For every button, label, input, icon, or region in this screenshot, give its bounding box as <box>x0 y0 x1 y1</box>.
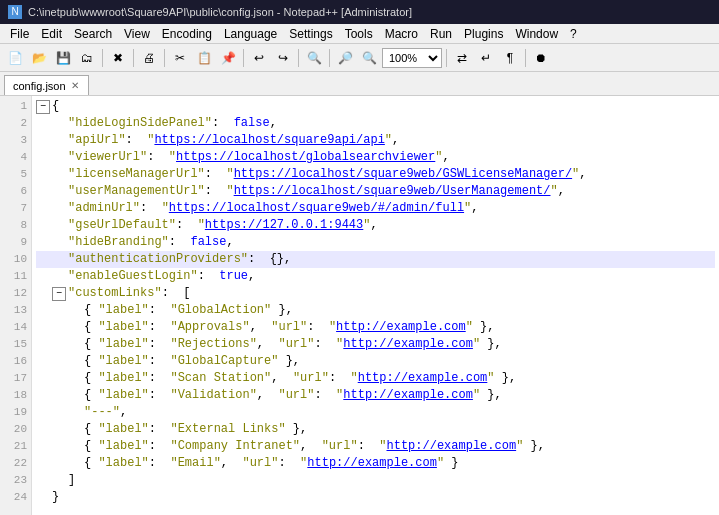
line-num: 20 <box>4 421 27 438</box>
sep3 <box>164 49 165 67</box>
menu-run[interactable]: Run <box>424 24 458 43</box>
code-line-24: } <box>36 489 715 506</box>
menu-help[interactable]: ? <box>564 24 583 43</box>
line-num: 18 <box>4 387 27 404</box>
menu-encoding[interactable]: Encoding <box>156 24 218 43</box>
code-line-20: { "label" : "External Links" }, <box>36 421 715 438</box>
tab-close-button[interactable]: ✕ <box>70 80 80 91</box>
app-icon: N <box>8 5 22 19</box>
code-line-13: { "label" : "GlobalAction" }, <box>36 302 715 319</box>
line-num: 23 <box>4 472 27 489</box>
print-button[interactable]: 🖨 <box>138 47 160 69</box>
undo-button[interactable]: ↩ <box>248 47 270 69</box>
menu-macro[interactable]: Macro <box>379 24 424 43</box>
code-line-3: "apiUrl" : "https://localhost/square9api… <box>36 132 715 149</box>
code-line-18: { "label" : "Validation" , "url" : "http… <box>36 387 715 404</box>
code-line-10: "authenticationProviders" : {}, <box>36 251 715 268</box>
all-chars-button[interactable]: ¶ <box>499 47 521 69</box>
line-num: 12 <box>4 285 27 302</box>
code-line-7: "adminUrl" : "https://localhost/square9w… <box>36 200 715 217</box>
window-title: C:\inetpub\wwwroot\Square9API\public\con… <box>28 6 412 18</box>
menu-bar: File Edit Search View Encoding Language … <box>0 24 719 44</box>
save-all-button[interactable]: 🗂 <box>76 47 98 69</box>
line-num: 4 <box>4 149 27 166</box>
editor: 1 2 3 4 5 6 7 8 9 10 11 12 13 14 15 16 1… <box>0 96 719 515</box>
menu-window[interactable]: Window <box>509 24 564 43</box>
code-line-6: "userManagementUrl" : "https://localhost… <box>36 183 715 200</box>
sep8 <box>525 49 526 67</box>
code-line-9: "hideBranding" : false , <box>36 234 715 251</box>
zoom-in-button[interactable]: 🔎 <box>334 47 356 69</box>
tab-config-json[interactable]: config.json ✕ <box>4 75 89 95</box>
line-num: 21 <box>4 438 27 455</box>
code-line-4: "viewerUrl" : "https://localhost/globals… <box>36 149 715 166</box>
sep6 <box>329 49 330 67</box>
title-bar: N C:\inetpub\wwwroot\Square9API\public\c… <box>0 0 719 24</box>
line-num: 1 <box>4 98 27 115</box>
code-line-23: ] <box>36 472 715 489</box>
line-num: 9 <box>4 234 27 251</box>
line-num: 10 <box>4 251 27 268</box>
tab-bar: config.json ✕ <box>0 72 719 96</box>
code-line-2: "hideLoginSidePanel" : false , <box>36 115 715 132</box>
code-line-12: − "customLinks" : [ <box>36 285 715 302</box>
menu-language[interactable]: Language <box>218 24 283 43</box>
macro-record-button[interactable]: ⏺ <box>530 47 552 69</box>
menu-plugins[interactable]: Plugins <box>458 24 509 43</box>
sep4 <box>243 49 244 67</box>
zoom-level[interactable]: 100% <box>382 48 442 68</box>
code-line-15: { "label" : "Rejections" , "url" : "http… <box>36 336 715 353</box>
new-file-button[interactable]: 📄 <box>4 47 26 69</box>
fold-marker-12[interactable]: − <box>52 287 66 301</box>
close-button[interactable]: ✖ <box>107 47 129 69</box>
menu-search[interactable]: Search <box>68 24 118 43</box>
menu-file[interactable]: File <box>4 24 35 43</box>
code-content[interactable]: − { "hideLoginSidePanel" : false , "apiU… <box>32 96 719 515</box>
zoom-out-button[interactable]: 🔍 <box>358 47 380 69</box>
sep7 <box>446 49 447 67</box>
code-line-14: { "label" : "Approvals" , "url" : "http:… <box>36 319 715 336</box>
code-line-8: "gseUrlDefault" : "https://127.0.0.1:944… <box>36 217 715 234</box>
code-line-21: { "label" : "Company Intranet" , "url" :… <box>36 438 715 455</box>
line-num: 16 <box>4 353 27 370</box>
code-line-5: "licenseManagerUrl" : "https://localhost… <box>36 166 715 183</box>
line-num: 6 <box>4 183 27 200</box>
code-line-16: { "label" : "GlobalCapture" }, <box>36 353 715 370</box>
open-file-button[interactable]: 📂 <box>28 47 50 69</box>
code-line-17: { "label" : "Scan Station" , "url" : "ht… <box>36 370 715 387</box>
save-button[interactable]: 💾 <box>52 47 74 69</box>
sep1 <box>102 49 103 67</box>
line-num: 5 <box>4 166 27 183</box>
line-num: 15 <box>4 336 27 353</box>
sep2 <box>133 49 134 67</box>
line-num: 22 <box>4 455 27 472</box>
find-button[interactable]: 🔍 <box>303 47 325 69</box>
code-line-22: { "label" : "Email" , "url" : "http://ex… <box>36 455 715 472</box>
line-num: 19 <box>4 404 27 421</box>
copy-button[interactable]: 📋 <box>193 47 215 69</box>
line-num: 24 <box>4 489 27 506</box>
line-num: 11 <box>4 268 27 285</box>
menu-edit[interactable]: Edit <box>35 24 68 43</box>
cut-button[interactable]: ✂ <box>169 47 191 69</box>
sync-button[interactable]: ⇄ <box>451 47 473 69</box>
line-numbers: 1 2 3 4 5 6 7 8 9 10 11 12 13 14 15 16 1… <box>0 96 32 515</box>
fold-marker-1[interactable]: − <box>36 100 50 114</box>
menu-tools[interactable]: Tools <box>339 24 379 43</box>
toolbar: 📄 📂 💾 🗂 ✖ 🖨 ✂ 📋 📌 ↩ ↪ 🔍 🔎 🔍 100% ⇄ ↵ ¶ ⏺ <box>0 44 719 72</box>
line-num: 3 <box>4 132 27 149</box>
code-line-1: − { <box>36 98 715 115</box>
sep5 <box>298 49 299 67</box>
menu-view[interactable]: View <box>118 24 156 43</box>
paste-button[interactable]: 📌 <box>217 47 239 69</box>
menu-settings[interactable]: Settings <box>283 24 338 43</box>
line-num: 17 <box>4 370 27 387</box>
code-line-11: "enableGuestLogin" : true , <box>36 268 715 285</box>
line-num: 14 <box>4 319 27 336</box>
word-wrap-button[interactable]: ↵ <box>475 47 497 69</box>
line-num: 2 <box>4 115 27 132</box>
code-line-19: "---" , <box>36 404 715 421</box>
redo-button[interactable]: ↪ <box>272 47 294 69</box>
line-num: 7 <box>4 200 27 217</box>
line-num: 13 <box>4 302 27 319</box>
